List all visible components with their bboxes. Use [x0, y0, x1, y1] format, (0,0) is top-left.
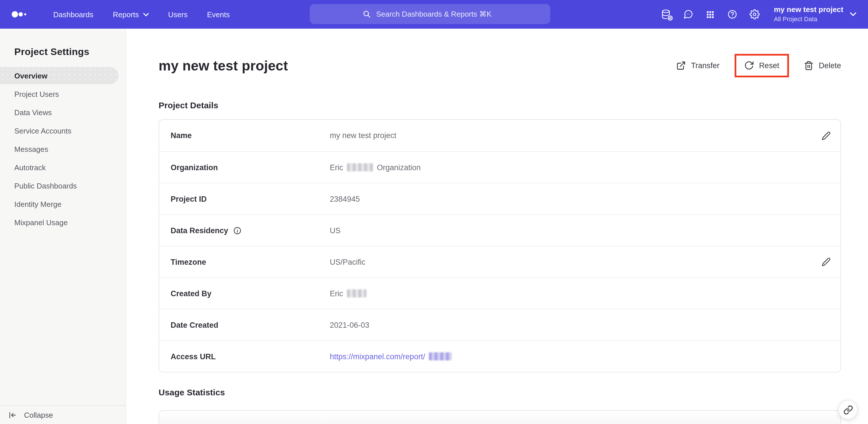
- sidebar-item-identity-merge[interactable]: Identity Merge: [0, 195, 125, 213]
- sidebar-item-label: Messages: [14, 145, 49, 153]
- nav-link-dashboards[interactable]: Dashboards: [53, 10, 93, 19]
- transfer-button[interactable]: Transfer: [676, 61, 720, 70]
- settings-button[interactable]: [749, 9, 760, 20]
- nav-link-label: Dashboards: [53, 10, 93, 19]
- sidebar-item-data-views[interactable]: Data Views: [0, 103, 125, 121]
- data-management-button[interactable]: [660, 9, 671, 20]
- apps-grid-button[interactable]: [705, 9, 715, 19]
- reset-button[interactable]: Reset: [744, 61, 779, 70]
- collapse-sidebar-button[interactable]: Collapse: [0, 405, 125, 424]
- reset-annotation-highlight: Reset: [734, 54, 789, 77]
- project-actions: Transfer Reset Delete: [676, 54, 841, 77]
- row-label: Organization: [170, 163, 330, 172]
- collapse-label: Collapse: [24, 411, 53, 419]
- sidebar-nav: Overview Project Users Data Views Servic…: [0, 67, 125, 231]
- refresh-icon: [744, 61, 754, 70]
- info-icon: [233, 226, 241, 235]
- copy-link-fab[interactable]: [838, 400, 858, 419]
- sidebar-item-mixpanel-usage[interactable]: Mixpanel Usage: [0, 213, 125, 231]
- redacted-text: [429, 352, 452, 360]
- row-value: Eric Organization: [330, 163, 421, 172]
- detail-row-created-by: Created By Eric: [159, 277, 840, 309]
- page-title: my new test project: [159, 58, 288, 74]
- sidebar-item-label: Identity Merge: [14, 200, 62, 208]
- apps-grid-icon: [705, 9, 715, 19]
- edit-timezone-button[interactable]: [819, 255, 833, 269]
- sidebar-title: Project Settings: [14, 47, 125, 58]
- usage-statistics-card: [159, 410, 841, 424]
- sidebar-item-label: Autotrack: [14, 163, 46, 172]
- row-value: Eric: [330, 289, 367, 298]
- project-details-heading: Project Details: [159, 100, 841, 110]
- detail-row-data-residency: Data Residency US: [159, 214, 840, 246]
- detail-row-name: Name my new test project: [159, 120, 840, 151]
- row-label: Date Created: [170, 320, 330, 329]
- edit-name-button[interactable]: [819, 129, 833, 142]
- sidebar-item-label: Overview: [14, 71, 48, 80]
- row-value: https://mixpanel.com/report/: [330, 352, 452, 361]
- row-label: Name: [170, 131, 330, 140]
- delete-label: Delete: [819, 61, 841, 70]
- sidebar-item-messages[interactable]: Messages: [0, 140, 125, 158]
- trash-icon: [804, 61, 814, 70]
- sidebar-item-service-accounts[interactable]: Service Accounts: [0, 121, 125, 140]
- row-label: Project ID: [170, 195, 330, 203]
- row-label: Access URL: [170, 352, 330, 361]
- nav-link-label: Users: [168, 10, 187, 19]
- sidebar-item-label: Data Views: [14, 108, 52, 117]
- chevron-down-icon: [143, 12, 149, 16]
- link-icon: [843, 405, 853, 415]
- feedback-button[interactable]: [683, 9, 693, 20]
- settings-sidebar: Project Settings Overview Project Users …: [0, 29, 126, 424]
- row-label: Timezone: [170, 258, 330, 266]
- value-suffix: Organization: [377, 163, 421, 172]
- sidebar-item-label: Project Users: [14, 90, 59, 98]
- row-value: US/Pacific: [330, 258, 366, 266]
- search-input[interactable]: [376, 10, 498, 18]
- project-selector[interactable]: my new test project All Project Data: [774, 5, 857, 23]
- global-search[interactable]: [310, 4, 550, 24]
- external-link-icon: [676, 61, 686, 70]
- sidebar-item-autotrack[interactable]: Autotrack: [0, 158, 125, 176]
- row-label: Created By: [170, 289, 330, 298]
- detail-row-timezone: Timezone US/Pacific: [159, 246, 840, 277]
- data-residency-info-button[interactable]: [233, 226, 241, 235]
- row-value: 2021-06-03: [330, 320, 369, 329]
- sidebar-item-label: Mixpanel Usage: [14, 218, 68, 227]
- app-window: Dashboards Reports Users Events: [0, 0, 868, 424]
- help-icon: [727, 9, 737, 20]
- usage-statistics-heading: Usage Statistics: [159, 387, 841, 397]
- value-prefix: Eric: [330, 289, 343, 298]
- chevron-down-icon: [850, 12, 857, 17]
- sidebar-item-overview[interactable]: Overview: [0, 67, 119, 84]
- nav-link-reports[interactable]: Reports: [113, 10, 149, 19]
- access-url-link[interactable]: https://mixpanel.com/report/: [330, 352, 425, 361]
- row-value: 2384945: [330, 195, 360, 203]
- collapse-icon: [8, 411, 17, 419]
- delete-button[interactable]: Delete: [804, 61, 841, 70]
- top-nav: Dashboards Reports Users Events: [0, 0, 868, 29]
- redacted-text: [347, 289, 367, 298]
- detail-row-access-url: Access URL https://mixpanel.com/report/: [159, 340, 840, 372]
- detail-row-project-id: Project ID 2384945: [159, 183, 840, 214]
- reset-label: Reset: [759, 61, 779, 70]
- nav-link-events[interactable]: Events: [207, 10, 230, 19]
- sidebar-item-project-users[interactable]: Project Users: [0, 85, 125, 103]
- chat-bubble-icon: [683, 9, 693, 20]
- sidebar-item-label: Public Dashboards: [14, 181, 77, 190]
- sidebar-item-label: Service Accounts: [14, 126, 71, 135]
- current-project-name: my new test project: [774, 5, 843, 15]
- sidebar-item-public-dashboards[interactable]: Public Dashboards: [0, 176, 125, 195]
- help-button[interactable]: [727, 9, 737, 20]
- mixpanel-logo-icon[interactable]: [11, 10, 28, 18]
- nav-link-label: Events: [207, 10, 230, 19]
- search-icon: [363, 10, 371, 18]
- main-content: my new test project Transfer Reset: [126, 29, 868, 424]
- current-project-scope: All Project Data: [774, 15, 843, 24]
- row-value: US: [330, 226, 341, 235]
- value-prefix: Eric: [330, 163, 343, 172]
- transfer-label: Transfer: [691, 61, 720, 70]
- pencil-icon: [822, 131, 831, 140]
- project-details-card: Name my new test project Organization Er…: [159, 119, 841, 372]
- nav-link-users[interactable]: Users: [168, 10, 187, 19]
